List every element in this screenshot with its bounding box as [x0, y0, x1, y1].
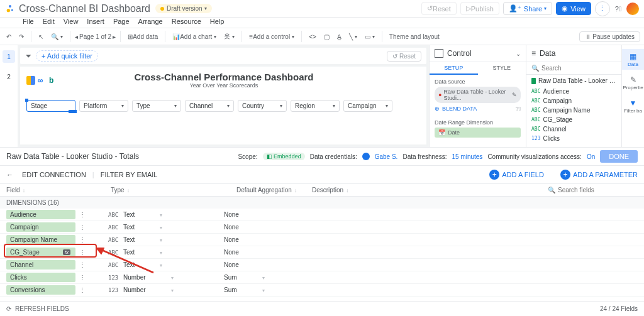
refresh-fields-button[interactable]: REFRESH FIELDS	[15, 305, 69, 312]
setup-tab[interactable]: SETUP	[430, 62, 478, 75]
date-dimension-chip[interactable]: 📅Date	[435, 128, 521, 138]
menu-page[interactable]: Page	[113, 18, 130, 25]
edit-connection-button[interactable]: EDIT CONNECTION	[22, 171, 86, 178]
dim-selector-campaign[interactable]: Campaign	[343, 100, 392, 112]
col-field-label[interactable]: Field	[6, 187, 20, 193]
canvas-reset-button[interactable]: ↺ Reset	[387, 51, 421, 62]
add-field-button[interactable]: +ADD A FIELD	[489, 170, 544, 180]
field-chip[interactable]: Conversions	[6, 285, 75, 295]
field-chip[interactable]: Campaign	[6, 222, 75, 232]
field-menu-icon[interactable]: ⋮	[79, 261, 86, 268]
fields-search-input[interactable]	[558, 187, 638, 193]
data-source-item[interactable]: Raw Data Table - Looker Studio - Totals	[526, 75, 621, 87]
type-dropdown[interactable]: Text	[123, 249, 224, 256]
reset-button[interactable]: ↺ Reset	[421, 2, 457, 15]
user-avatar[interactable]	[626, 3, 639, 15]
zoom-dropdown[interactable]: 🔍	[48, 32, 65, 41]
url-embed-button[interactable]: <>	[306, 32, 319, 41]
help-icon[interactable]: ?⃝	[615, 5, 621, 13]
field-menu-icon[interactable]: ⋮	[79, 211, 86, 218]
field-menu-icon[interactable]: ⋮	[79, 224, 86, 231]
field-chip[interactable]: Clicks	[6, 273, 75, 282]
shape-button[interactable]: ▭	[362, 32, 377, 41]
filter-by-email-button[interactable]: FILTER BY EMAIL	[101, 171, 158, 178]
field-chip[interactable]: Audience	[6, 210, 75, 219]
type-dropdown[interactable]: Text	[123, 236, 224, 243]
menu-file[interactable]: File	[23, 18, 34, 25]
dim-selector-stage[interactable]: Stage	[26, 100, 75, 112]
page-tab-2[interactable]: 2	[3, 70, 15, 83]
add-parameter-button[interactable]: +ADD A PARAMETER	[560, 170, 638, 180]
menu-help[interactable]: Help	[210, 18, 225, 25]
share-button[interactable]: 👤⁺Share▾	[503, 2, 552, 15]
field-chip[interactable]: CG_Stagefx	[6, 248, 75, 257]
freshness-value[interactable]: 15 minutes	[452, 153, 482, 160]
dim-selector-platform[interactable]: Platform	[79, 100, 128, 112]
draft-version-chip[interactable]: Draft version▾	[155, 4, 212, 13]
dim-selector-region[interactable]: Region	[291, 100, 340, 112]
add-control-button[interactable]: ≡ Add a control	[247, 32, 297, 41]
more-options-button[interactable]: ⋮	[595, 1, 610, 16]
credentials-user[interactable]: Gabe S.	[375, 153, 398, 160]
dim-selector-channel[interactable]: Channel	[185, 100, 234, 112]
data-field-cg_stage[interactable]: ABCCG_Stage	[526, 115, 621, 124]
type-dropdown[interactable]: Text	[123, 261, 224, 268]
menu-view[interactable]: View	[64, 18, 79, 25]
community-viz-value[interactable]: On	[587, 153, 595, 160]
rail-data[interactable]: ▦Data	[622, 49, 644, 70]
col-agg-label[interactable]: Default Aggregation	[236, 187, 292, 193]
menu-resource[interactable]: Resource	[172, 18, 201, 25]
page-tab-1[interactable]: 1	[3, 50, 15, 63]
style-tab[interactable]: STYLE	[478, 62, 526, 75]
field-menu-icon[interactable]: ⋮	[79, 286, 86, 293]
blend-data-button[interactable]: ⊕BLEND DATA?⃝	[435, 106, 521, 112]
data-field-channel[interactable]: ABCChannel	[526, 124, 621, 134]
type-dropdown[interactable]: Text	[123, 224, 224, 231]
rail-properties[interactable]: ✎Propertie	[622, 72, 644, 93]
dim-selector-country[interactable]: Country	[238, 100, 287, 112]
filter-icon[interactable]: ⏷	[25, 52, 32, 60]
menu-edit[interactable]: Edit	[43, 18, 55, 25]
field-menu-icon[interactable]: ⋮	[79, 236, 86, 243]
undo-button[interactable]: ↶	[4, 32, 14, 41]
text-button[interactable]: A̲	[335, 32, 344, 41]
menu-insert[interactable]: Insert	[87, 18, 104, 25]
aggregation-dropdown[interactable]: Sum	[224, 274, 293, 281]
document-title[interactable]: Cross-Channel BI Dashboard	[19, 3, 150, 14]
field-menu-icon[interactable]: ⋮	[79, 249, 86, 256]
data-search-input[interactable]	[541, 65, 621, 72]
add-chart-button[interactable]: 📊 Add a chart	[170, 32, 219, 41]
add-quick-filter-button[interactable]: + Add quick filter	[36, 50, 98, 62]
data-field-audience[interactable]: ABCAudience	[526, 87, 621, 96]
line-button[interactable]: ╲	[347, 32, 360, 41]
add-data-button[interactable]: ⊞ Add data	[125, 32, 160, 41]
back-icon[interactable]: ←	[6, 171, 13, 178]
data-field-clicks[interactable]: 123Clicks	[526, 134, 621, 143]
field-chip[interactable]: Campaign Name	[6, 235, 75, 244]
data-source-chip[interactable]: ●Raw Data Table - Looker Studi...✎	[435, 87, 521, 103]
col-desc-label[interactable]: Description	[312, 187, 343, 193]
data-field-campaign-name[interactable]: ABCCampaign Name	[526, 106, 621, 115]
publish-button[interactable]: ▷ Publish	[460, 2, 499, 15]
refresh-icon[interactable]: ⟳	[6, 305, 11, 312]
image-button[interactable]: ▢	[321, 32, 332, 41]
menu-arrange[interactable]: Arrange	[138, 18, 163, 25]
page-nav[interactable]: ◂ Page 1 of 2 ▸	[75, 33, 116, 40]
view-button[interactable]: ◉View	[556, 2, 591, 15]
done-button[interactable]: DONE	[600, 150, 638, 163]
pause-updates-button[interactable]: ⏸ Pause updates	[579, 31, 641, 42]
aggregation-dropdown[interactable]: Sum	[224, 286, 293, 293]
community-viz-button[interactable]: 웃	[221, 31, 237, 42]
type-dropdown[interactable]: Number	[123, 274, 224, 281]
field-chip[interactable]: Channel	[6, 260, 75, 270]
redo-button[interactable]: ↷	[16, 32, 26, 41]
rail-filter[interactable]: ▼Filter ba	[622, 95, 644, 116]
dim-selector-type[interactable]: Type	[132, 100, 181, 112]
data-field-campaign[interactable]: ABCCampaign	[526, 96, 621, 106]
pointer-tool[interactable]: ↖	[36, 32, 46, 41]
type-dropdown[interactable]: Text	[123, 211, 224, 218]
type-dropdown[interactable]: Number	[123, 286, 224, 293]
col-type-label[interactable]: Type	[111, 187, 125, 193]
theme-layout-button[interactable]: Theme and layout	[387, 32, 442, 41]
field-menu-icon[interactable]: ⋮	[79, 274, 86, 281]
